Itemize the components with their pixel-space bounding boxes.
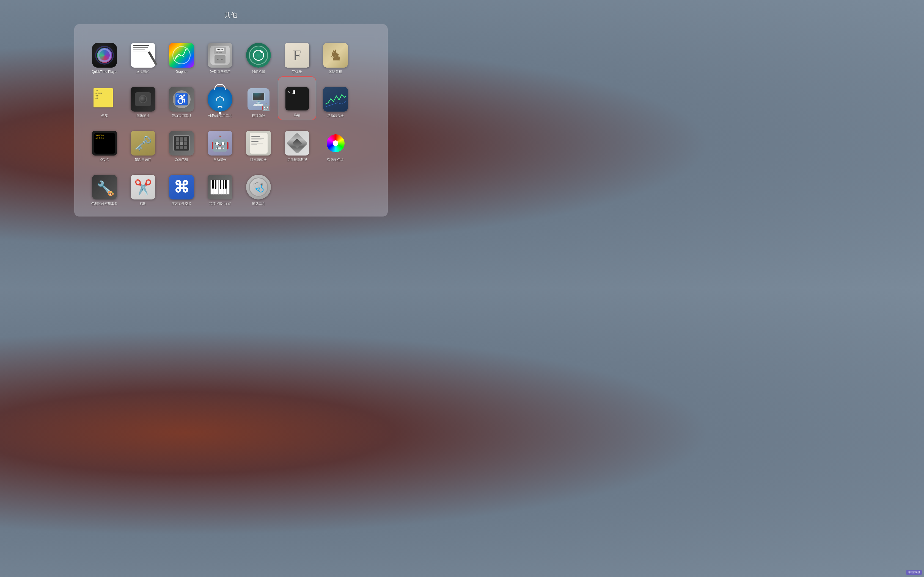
diskutility-icon: 🩺: [246, 175, 271, 200]
audiomidi-icon: [208, 175, 233, 200]
app-grab[interactable]: ✂️ 抓图: [124, 164, 162, 208]
automator-icon: 🤖: [208, 131, 233, 156]
svg-rect-0: [173, 47, 190, 63]
app-label-accessibility: 旁白实用工具: [171, 114, 191, 118]
migration-icon: 🖥️ 🤖: [246, 87, 271, 111]
app-label-sysinfo: 系统信息: [175, 158, 188, 162]
timemachine-icon: [246, 43, 271, 68]
app-label-textedit: 文本编辑: [136, 70, 150, 74]
app-label-console: 控制台: [100, 158, 110, 162]
app-label-migration: 迁移助理: [252, 114, 265, 118]
app-label-activitymonitor: 活动监视器: [327, 114, 344, 118]
colorimeter-icon: [323, 131, 348, 156]
app-migration[interactable]: 🖥️ 🤖 迁移助理: [239, 76, 278, 120]
app-colorimeter[interactable]: 数码测色计: [316, 120, 355, 164]
apps-grid: QuickTime Player 文本编辑: [85, 32, 377, 208]
app-label-grab: 抓图: [140, 201, 146, 206]
accessibility-icon: ♿: [169, 87, 194, 111]
app-console[interactable]: WARNING AY 7:36 控制台: [85, 120, 124, 164]
keychain-icon: 🗝️: [131, 131, 155, 156]
grab-icon: ✂️: [131, 175, 155, 200]
chess-icon: ♞: [323, 43, 348, 68]
app-stickies[interactable]: Lois555-7361EggsMilk 便笺: [85, 76, 124, 120]
fontbook-icon: F: [284, 43, 309, 68]
app-accessibility[interactable]: ♿ 旁白实用工具: [162, 76, 201, 120]
colorsync-icon: 🔧 🎨: [92, 175, 117, 200]
app-screenshot[interactable]: 图像捕捉: [124, 76, 162, 120]
app-label-audiomidi: 音频 MIDI 设置: [209, 201, 231, 206]
grapher-icon: [169, 43, 194, 68]
app-bootcamp[interactable]: 启动转换助理: [278, 120, 316, 164]
quicktime-icon: [92, 43, 117, 68]
app-fontbook[interactable]: F 字体册: [278, 32, 316, 76]
terminal-icon: $ _: [284, 86, 309, 111]
app-activitymonitor[interactable]: 活动监视器: [316, 76, 355, 120]
stickies-icon: Lois555-7361EggsMilk: [92, 87, 117, 111]
app-keychain[interactable]: 🗝️ 钥匙串访问: [124, 120, 162, 164]
app-colorsync[interactable]: 🔧 🎨 色彩同步实用工具: [85, 164, 124, 208]
airport-icon: [208, 87, 233, 111]
app-terminal[interactable]: $ _ 终端: [278, 76, 316, 120]
app-label-terminal: 终端: [294, 113, 300, 118]
app-label-colorsync: 色彩同步实用工具: [91, 201, 118, 206]
app-textedit[interactable]: 文本编辑: [124, 32, 162, 76]
app-label-diskutility: 磁盘工具: [252, 201, 265, 206]
bluetooth-icon: ⌘: [169, 175, 194, 200]
app-label-scripteditor: 脚本编辑器: [250, 158, 267, 162]
app-label-screenshot: 图像捕捉: [136, 114, 150, 118]
app-label-bootcamp: 启动转换助理: [287, 158, 307, 162]
app-bluetooth[interactable]: ⌘ 蓝牙文件交换: [162, 164, 201, 208]
app-label-dvd: DVD 播放程序: [210, 70, 231, 74]
app-label-quicktime: QuickTime Player: [92, 70, 118, 74]
app-diskutility[interactable]: 🩺 磁盘工具: [239, 164, 278, 208]
app-label-automator: 自动操作: [213, 158, 226, 162]
app-sysinfo[interactable]: 系统信息: [162, 120, 201, 164]
app-quicktime[interactable]: QuickTime Player: [85, 32, 124, 76]
app-label-chess: 国际象棋: [329, 70, 342, 74]
launchpad-container: QuickTime Player 文本编辑: [74, 24, 388, 216]
activitymonitor-icon: [323, 87, 348, 111]
app-label-keychain: 钥匙串访问: [135, 158, 151, 162]
app-label-grapher: Grapher: [176, 70, 187, 74]
screenshot-icon: [131, 87, 155, 111]
app-label-stickies: 便笺: [101, 114, 108, 118]
app-scripteditor[interactable]: 脚本编辑器: [239, 120, 278, 164]
app-airport[interactable]: AirPort 实用工具: [201, 76, 239, 120]
app-label-bluetooth: 蓝牙文件交换: [171, 201, 191, 206]
textedit-icon: [131, 43, 155, 68]
app-dvd[interactable]: DVD VIDEO enter DVD 播放程序: [201, 32, 239, 76]
app-chess[interactable]: ♞ 国际象棋: [316, 32, 355, 76]
dvd-icon: DVD VIDEO enter: [208, 43, 233, 68]
sysinfo-icon: [169, 131, 194, 156]
bootcamp-icon: [284, 131, 309, 156]
page-title: 其他: [225, 11, 237, 19]
app-automator[interactable]: 🤖 自动操作: [201, 120, 239, 164]
app-label-fontbook: 字体册: [292, 70, 302, 74]
app-timemachine[interactable]: 时间机器: [239, 32, 278, 76]
app-audiomidi[interactable]: 音频 MIDI 设置: [201, 164, 239, 208]
app-label-colorimeter: 数码测色计: [327, 158, 344, 162]
app-label-timemachine: 时间机器: [252, 70, 265, 74]
scripteditor-icon: [246, 131, 271, 156]
app-grapher[interactable]: Grapher: [162, 32, 201, 76]
console-icon: WARNING AY 7:36: [92, 131, 117, 156]
